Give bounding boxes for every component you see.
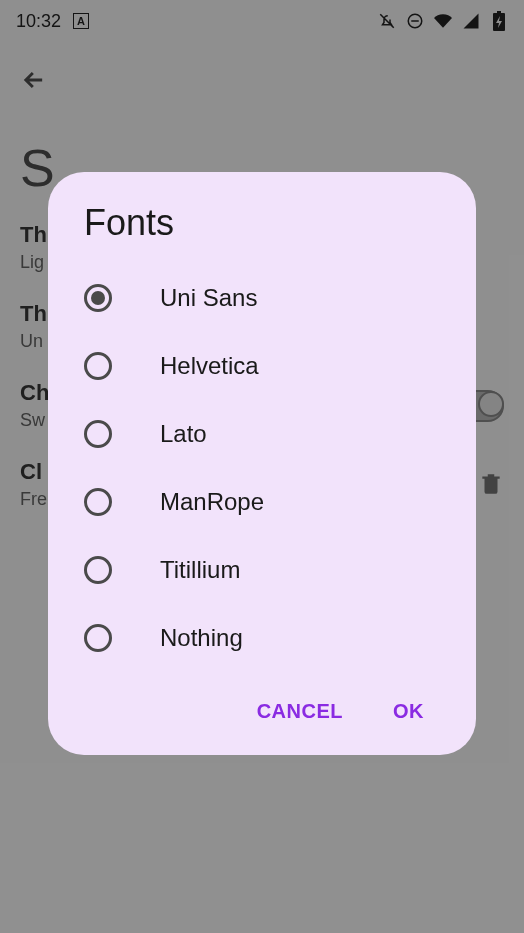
dialog-title: Fonts [48, 202, 476, 264]
fonts-dialog: Fonts Uni Sans Helvetica Lato ManRope Ti… [48, 172, 476, 755]
radio-label: ManRope [160, 488, 264, 516]
radio-option-nothing[interactable]: Nothing [48, 604, 476, 672]
radio-icon [84, 624, 112, 652]
radio-option-titillium[interactable]: Titillium [48, 536, 476, 604]
radio-icon [84, 488, 112, 516]
radio-option-lato[interactable]: Lato [48, 400, 476, 468]
radio-option-manrope[interactable]: ManRope [48, 468, 476, 536]
dialog-actions: CANCEL OK [48, 672, 476, 731]
radio-label: Helvetica [160, 352, 259, 380]
ok-button[interactable]: OK [393, 700, 424, 723]
radio-icon [84, 420, 112, 448]
radio-icon [84, 284, 112, 312]
radio-label: Lato [160, 420, 207, 448]
radio-option-uni-sans[interactable]: Uni Sans [48, 264, 476, 332]
radio-icon [84, 556, 112, 584]
radio-label: Nothing [160, 624, 243, 652]
radio-label: Uni Sans [160, 284, 257, 312]
modal-overlay[interactable]: Fonts Uni Sans Helvetica Lato ManRope Ti… [0, 0, 524, 933]
radio-icon [84, 352, 112, 380]
cancel-button[interactable]: CANCEL [257, 700, 343, 723]
radio-option-helvetica[interactable]: Helvetica [48, 332, 476, 400]
radio-label: Titillium [160, 556, 240, 584]
radio-list: Uni Sans Helvetica Lato ManRope Titilliu… [48, 264, 476, 672]
